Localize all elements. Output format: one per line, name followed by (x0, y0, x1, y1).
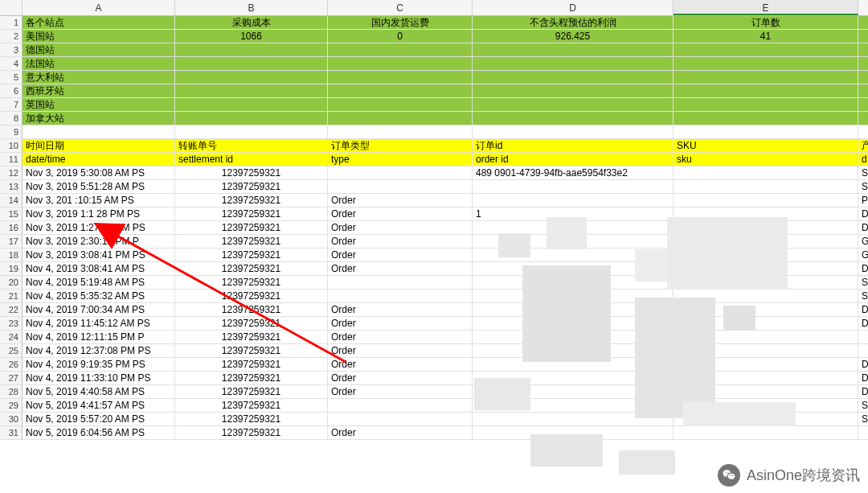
summary-header-cell[interactable]: 国内发货运费 (328, 16, 473, 30)
row-header[interactable]: 2 (0, 30, 23, 43)
table-row[interactable]: 12Nov 3, 2019 5:30:08 AM PS1239725932148… (0, 166, 868, 180)
table-row[interactable]: 11date/timesettlement idtypeorder idskud (0, 153, 868, 166)
datetime-cell[interactable]: Nov 4, 2019 11:45:12 AM PS (23, 317, 175, 331)
cell[interactable] (674, 112, 858, 125)
datetime-cell[interactable]: Nov 4, 2019 5:19:48 AM PS (23, 276, 175, 290)
settlement-cell[interactable]: 12397259321 (175, 249, 328, 262)
fragment-cell[interactable]: D (858, 221, 868, 235)
cell[interactable] (175, 71, 328, 84)
type-cell[interactable]: Order (328, 358, 473, 372)
cell[interactable] (175, 84, 328, 98)
table-row[interactable]: 10时间日期转账单号订单类型订单idSKU产 (0, 139, 868, 153)
summary-value-cell[interactable]: 美国站 (23, 30, 175, 43)
sku-cell[interactable] (674, 194, 858, 207)
col-header-F[interactable] (858, 0, 868, 15)
row-header[interactable]: 3 (0, 43, 23, 57)
row-header[interactable]: 11 (0, 153, 23, 166)
header-label-cell[interactable]: type (328, 153, 473, 166)
row-header[interactable]: 16 (0, 221, 23, 235)
site-cell[interactable]: 西班牙站 (23, 84, 175, 98)
fragment-cell[interactable]: Pa (858, 194, 868, 207)
row-header[interactable]: 29 (0, 399, 23, 413)
table-row[interactable]: 6西班牙站 (0, 84, 868, 98)
row-header[interactable]: 10 (0, 139, 23, 153)
datetime-cell[interactable]: Nov 3, 2019 1:27:48 PM PS (23, 221, 175, 235)
row-header[interactable]: 12 (0, 166, 23, 180)
type-cell[interactable]: Order (328, 262, 473, 276)
settlement-cell[interactable]: 12397259321 (175, 317, 328, 331)
settlement-cell[interactable]: 12397259321 (175, 399, 328, 413)
summary-header-cell[interactable]: 各个站点 (23, 16, 175, 30)
settlement-cell[interactable]: 12397259321 (175, 385, 328, 399)
cell[interactable] (674, 43, 858, 57)
row-header[interactable]: 26 (0, 358, 23, 372)
row-header[interactable]: 19 (0, 262, 23, 276)
cell[interactable] (175, 57, 328, 71)
cell[interactable] (175, 125, 328, 139)
col-header-C[interactable]: C (328, 0, 473, 15)
settlement-cell[interactable]: 12397259321 (175, 166, 328, 180)
datetime-cell[interactable]: Nov 3, 2019 5:30:08 AM PS (23, 166, 175, 180)
row-header[interactable]: 27 (0, 372, 23, 385)
cell[interactable] (858, 112, 868, 125)
settlement-cell[interactable]: 12397259321 (175, 180, 328, 194)
fragment-cell[interactable]: D (858, 317, 868, 331)
row-header[interactable]: 5 (0, 71, 23, 84)
type-cell[interactable]: Order (328, 385, 473, 399)
settlement-cell[interactable]: 12397259321 (175, 290, 328, 303)
fragment-cell[interactable]: S (858, 166, 868, 180)
settlement-cell[interactable]: 12397259321 (175, 331, 328, 344)
fragment-cell[interactable]: D (858, 303, 868, 317)
datetime-cell[interactable]: Nov 4, 2019 12:37:08 PM PS (23, 344, 175, 358)
fragment-cell[interactable]: S (858, 290, 868, 303)
cell[interactable] (328, 84, 473, 98)
cell[interactable] (473, 71, 674, 84)
col-header-E[interactable]: E (674, 0, 858, 15)
cell[interactable] (328, 57, 473, 71)
row-header[interactable]: 28 (0, 385, 23, 399)
order-id-cell[interactable]: 489 0901-4739-94fb-aae5954f33e2 (473, 166, 674, 180)
summary-header-cell[interactable]: 采购成本 (175, 16, 328, 30)
datetime-cell[interactable]: Nov 3, 2019 2:30:11 PM P (23, 235, 175, 249)
settlement-cell[interactable]: 12397259321 (175, 413, 328, 426)
settlement-cell[interactable]: 12397259321 (175, 426, 328, 440)
header-label-cell[interactable]: 产 (858, 139, 868, 153)
type-cell[interactable]: Order (328, 235, 473, 249)
summary-value-cell[interactable]: 926.425 (473, 30, 674, 43)
site-cell[interactable]: 英国站 (23, 98, 175, 112)
row-header[interactable]: 15 (0, 207, 23, 221)
datetime-cell[interactable]: Nov 5, 2019 4:40:58 AM PS (23, 385, 175, 399)
table-row[interactable]: 1各个站点采购成本国内发货运费不含头程预估的利润订单数 (0, 16, 868, 30)
row-header[interactable]: 24 (0, 331, 23, 344)
cell[interactable] (328, 112, 473, 125)
datetime-cell[interactable]: Nov 4, 2019 3:08:41 AM PS (23, 262, 175, 276)
header-label-cell[interactable]: date/time (23, 153, 175, 166)
datetime-cell[interactable]: Nov 4, 2019 5:35:32 AM PS (23, 290, 175, 303)
fragment-cell[interactable]: D (858, 385, 868, 399)
settlement-cell[interactable]: 12397259321 (175, 303, 328, 317)
fragment-cell[interactable]: GC (858, 235, 868, 249)
header-label-cell[interactable]: SKU (674, 139, 858, 153)
header-label-cell[interactable]: 时间日期 (23, 139, 175, 153)
col-header-B[interactable]: B (175, 0, 328, 15)
row-header[interactable]: 22 (0, 303, 23, 317)
datetime-cell[interactable]: Nov 4, 2019 12:11:15 PM P (23, 331, 175, 344)
row-header[interactable]: 9 (0, 125, 23, 139)
table-row[interactable]: 9 (0, 125, 868, 139)
order-id-cell[interactable] (473, 180, 674, 194)
summary-header-cell[interactable]: 不含头程预估的利润 (473, 16, 674, 30)
row-header[interactable]: 4 (0, 57, 23, 71)
datetime-cell[interactable]: Nov 5, 2019 6:04:56 AM PS (23, 426, 175, 440)
type-cell[interactable]: Order (328, 317, 473, 331)
cell[interactable] (858, 98, 868, 112)
cell[interactable] (674, 57, 858, 71)
row-header[interactable]: 31 (0, 426, 23, 440)
site-cell[interactable]: 德国站 (23, 43, 175, 57)
type-cell[interactable] (328, 180, 473, 194)
summary-value-cell[interactable]: 1066 (175, 30, 328, 43)
row-header[interactable]: 17 (0, 235, 23, 249)
type-cell[interactable]: Order (328, 207, 473, 221)
order-id-cell[interactable] (473, 194, 674, 207)
table-row[interactable]: 3德国站 (0, 43, 868, 57)
header-label-cell[interactable]: 转账单号 (175, 139, 328, 153)
